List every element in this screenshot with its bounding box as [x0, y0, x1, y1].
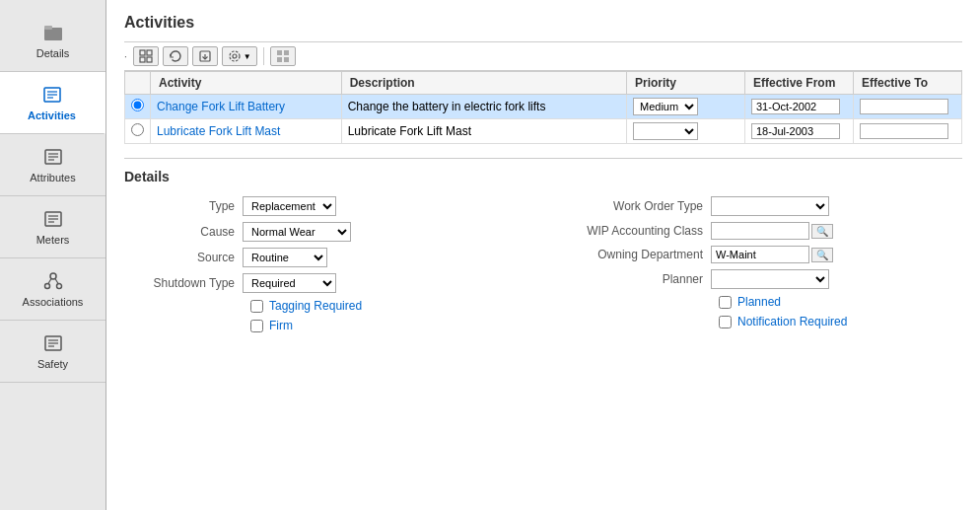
owning-dept-search-button[interactable]: 🔍: [811, 248, 833, 262]
activity-link-1[interactable]: Change Fork Lift Battery: [157, 100, 285, 113]
activities-icon: [41, 84, 63, 106]
toolbar-dot: ·: [124, 51, 127, 62]
source-select[interactable]: Routine Corrective Emergency: [243, 248, 327, 267]
type-label: Type: [124, 199, 243, 213]
planner-label: Planner: [563, 272, 711, 286]
sidebar-item-activities[interactable]: Activities: [0, 72, 105, 134]
firm-label: Firm: [269, 319, 293, 332]
sidebar-meters-label: Meters: [36, 234, 70, 246]
shutdown-type-label: Shutdown Type: [124, 276, 243, 290]
sidebar-safety-label: Safety: [37, 358, 68, 370]
attributes-icon: [42, 146, 64, 168]
col-effective-to: Effective To: [854, 72, 962, 95]
cause-select[interactable]: Normal Wear Accident Other: [243, 222, 351, 242]
sidebar-associations-label: Associations: [23, 296, 84, 308]
svg-point-16: [56, 284, 61, 289]
svg-rect-32: [284, 50, 289, 55]
firm-checkbox[interactable]: [250, 320, 263, 332]
svg-rect-1: [44, 26, 52, 30]
owning-department-input[interactable]: [711, 246, 809, 263]
settings-button[interactable]: ▼: [222, 46, 257, 66]
effective-to-1[interactable]: [860, 99, 948, 114]
cause-row: Cause Normal Wear Accident Other: [124, 222, 524, 242]
gear-icon: [228, 49, 242, 63]
settings-dropdown-arrow: ▼: [244, 52, 251, 61]
sidebar-item-meters[interactable]: Meters: [0, 196, 105, 258]
shutdown-type-select[interactable]: Required Not Required Optional: [243, 273, 336, 293]
refresh-icon: [169, 49, 182, 63]
select-all-button[interactable]: [133, 46, 159, 66]
svg-rect-26: [147, 57, 152, 62]
export-button[interactable]: [192, 46, 218, 66]
wip-search-button[interactable]: 🔍: [811, 224, 833, 239]
col-priority: Priority: [627, 72, 745, 95]
type-select[interactable]: Replacement Inspection Service: [243, 196, 336, 216]
tagging-required-row: Tagging Required: [250, 299, 524, 313]
sidebar-item-attributes[interactable]: Attributes: [0, 134, 105, 196]
work-order-type-row: Work Order Type: [563, 196, 962, 216]
firm-row: Firm: [250, 319, 524, 332]
owning-department-row: Owning Department 🔍: [563, 246, 962, 263]
cause-label: Cause: [124, 225, 243, 239]
activities-toolbar: ·: [124, 41, 962, 71]
activity-link-2[interactable]: Lubricate Fork Lift Mast: [157, 124, 280, 138]
tagging-required-label: Tagging Required: [269, 299, 362, 313]
planned-row: Planned: [719, 295, 962, 309]
svg-point-14: [50, 273, 56, 279]
sidebar-item-safety[interactable]: Safety: [0, 321, 105, 383]
refresh-button[interactable]: [163, 46, 188, 66]
toolbar-sep: [263, 47, 264, 65]
shutdown-type-row: Shutdown Type Required Not Required Opti…: [124, 273, 524, 293]
row-radio-2[interactable]: [131, 123, 144, 136]
folder-icon: [42, 22, 64, 43]
sidebar-activities-label: Activities: [28, 109, 76, 121]
grid-icon: [276, 49, 290, 63]
table-row[interactable]: Change Fork Lift Battery Change the batt…: [125, 95, 962, 119]
work-order-type-select[interactable]: [711, 196, 829, 216]
planned-checkbox[interactable]: [719, 296, 732, 309]
col-radio: [125, 72, 151, 95]
row-radio-1[interactable]: [131, 99, 144, 111]
col-effective-from: Effective From: [745, 72, 854, 95]
col-activity: Activity: [151, 72, 342, 95]
sidebar-details-label: Details: [36, 47, 70, 59]
grid-button[interactable]: [270, 46, 296, 66]
effective-to-2[interactable]: [860, 123, 948, 139]
details-section: Details Type Replacement Inspection Serv…: [124, 158, 962, 338]
svg-line-17: [48, 279, 51, 284]
page-title: Activities: [124, 14, 962, 32]
export-icon: [198, 49, 212, 63]
sidebar-item-details[interactable]: Details: [0, 10, 105, 72]
svg-point-30: [230, 51, 240, 61]
associations-icon: [42, 270, 64, 292]
description-2: Lubricate Fork Lift Mast: [341, 119, 626, 144]
wip-accounting-class-input[interactable]: [711, 222, 809, 240]
svg-point-29: [233, 54, 237, 58]
svg-rect-33: [277, 57, 282, 62]
details-right-col: Work Order Type WIP Accounting Class 🔍: [563, 196, 962, 338]
safety-icon: [42, 332, 64, 354]
notification-required-label: Notification Required: [737, 315, 847, 328]
wip-accounting-class-row: WIP Accounting Class 🔍: [563, 222, 962, 240]
wip-accounting-class-label: WIP Accounting Class: [563, 224, 711, 238]
svg-rect-31: [277, 50, 282, 55]
sidebar-item-associations[interactable]: Associations: [0, 258, 105, 321]
planner-row: Planner: [563, 269, 962, 289]
priority-select-2[interactable]: Medium High Low: [633, 122, 698, 140]
col-description: Description: [341, 72, 626, 95]
effective-from-2[interactable]: [751, 123, 840, 139]
svg-line-18: [55, 279, 58, 284]
table-row[interactable]: Lubricate Fork Lift Mast Lubricate Fork …: [125, 119, 962, 144]
work-order-type-label: Work Order Type: [563, 199, 711, 213]
source-label: Source: [124, 251, 243, 264]
notification-required-checkbox[interactable]: [719, 316, 732, 328]
details-left-col: Type Replacement Inspection Service Caus…: [124, 196, 524, 338]
tagging-required-checkbox[interactable]: [250, 300, 263, 313]
effective-from-1[interactable]: [751, 99, 840, 114]
meters-icon: [42, 208, 64, 230]
activities-table: Activity Description Priority Effective …: [124, 71, 962, 144]
source-row: Source Routine Corrective Emergency: [124, 248, 524, 267]
details-title: Details: [124, 169, 962, 184]
planner-select[interactable]: [711, 269, 829, 289]
priority-select-1[interactable]: Medium High Low: [633, 98, 698, 115]
